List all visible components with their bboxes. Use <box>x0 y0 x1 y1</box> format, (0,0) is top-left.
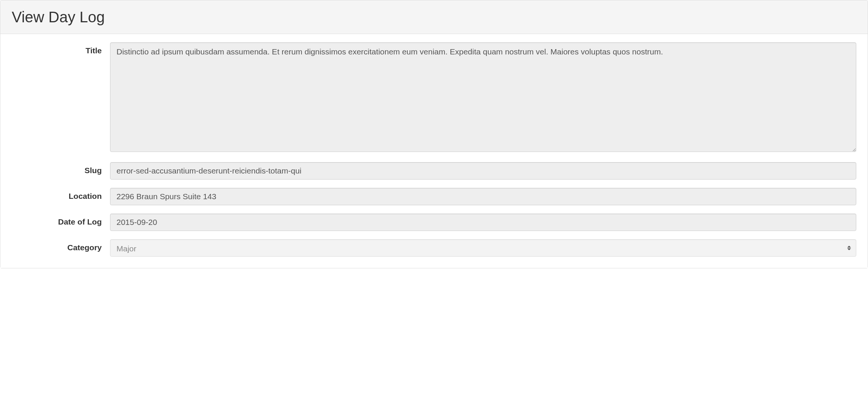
category-select[interactable]: Major <box>110 239 856 257</box>
location-input <box>110 188 856 205</box>
date-of-log-field-wrap <box>110 214 856 231</box>
location-field-wrap <box>110 188 856 205</box>
panel-body: Title Distinctio ad ipsum quibusdam assu… <box>0 34 868 268</box>
title-field-wrap: Distinctio ad ipsum quibusdam assumenda.… <box>110 42 856 154</box>
form-row-location: Location <box>12 188 856 205</box>
slug-field-wrap <box>110 162 856 180</box>
panel-heading: View Day Log <box>0 0 868 34</box>
date-of-log-label: Date of Log <box>12 214 110 226</box>
panel-title: View Day Log <box>12 9 856 25</box>
form-row-slug: Slug <box>12 162 856 180</box>
date-of-log-input <box>110 214 856 231</box>
category-field-wrap: Major <box>110 239 856 257</box>
slug-input <box>110 162 856 180</box>
view-day-log-panel: View Day Log Title Distinctio ad ipsum q… <box>0 0 868 268</box>
form-row-date-of-log: Date of Log <box>12 214 856 231</box>
form-row-title: Title Distinctio ad ipsum quibusdam assu… <box>12 42 856 154</box>
category-label: Category <box>12 239 110 252</box>
title-textarea: Distinctio ad ipsum quibusdam assumenda.… <box>110 42 856 152</box>
slug-label: Slug <box>12 162 110 175</box>
location-label: Location <box>12 188 110 201</box>
title-label: Title <box>12 42 110 55</box>
form-row-category: Category Major <box>12 239 856 257</box>
